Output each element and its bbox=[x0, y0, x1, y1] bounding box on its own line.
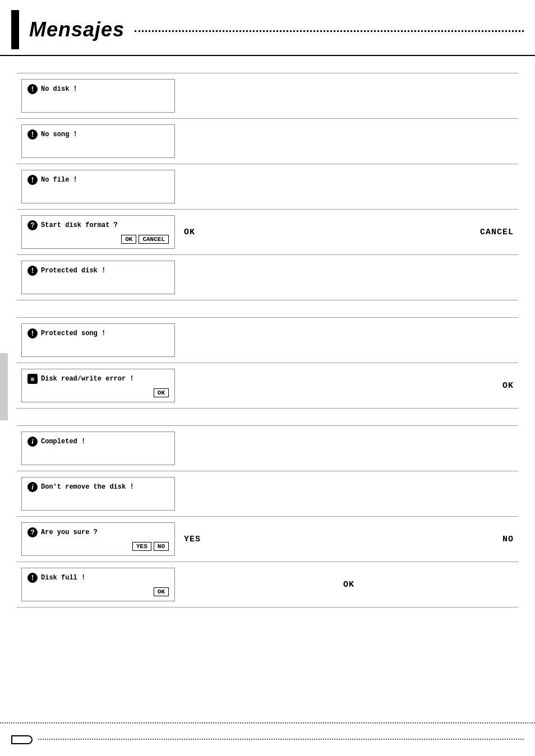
msg-header-protected-song: ! Protected song ! bbox=[27, 328, 169, 338]
msg-label-are-you-sure: Are you sure ? bbox=[41, 528, 98, 536]
page-title: Mensajes bbox=[29, 18, 124, 41]
msg-header-dont-remove: i Don't remove the disk ! bbox=[27, 482, 169, 492]
msg-box-cell-are-you-sure: ? Are you sure ? YES NO bbox=[17, 517, 179, 562]
msg-box-no-song: ! No song ! bbox=[21, 124, 175, 158]
msg-header-start-format: ? Start disk format ? bbox=[27, 220, 169, 230]
msg-box-rw-error: m Disk read/write error ! OK bbox=[21, 369, 175, 402]
desc-no-disk bbox=[179, 73, 518, 119]
page-header: Mensajes bbox=[0, 0, 535, 56]
page-footer bbox=[0, 722, 535, 756]
warning-icon-protected-song: ! bbox=[27, 328, 38, 338]
msg-label-protected-song: Protected song ! bbox=[41, 330, 105, 337]
messages-table-1: ! No disk ! ! No song ! bbox=[17, 73, 518, 300]
warning-icon-protected-disk: ! bbox=[27, 266, 38, 276]
table-row: ! No disk ! bbox=[17, 73, 518, 119]
warning-icon-disk-full: ! bbox=[27, 573, 38, 583]
msg-box-dont-remove: i Don't remove the disk ! bbox=[21, 477, 175, 511]
disk-icon-rw-error: m bbox=[27, 374, 38, 384]
desc-no-file bbox=[179, 164, 518, 210]
page-number bbox=[11, 735, 33, 744]
no-button-are-you-sure[interactable]: NO bbox=[154, 542, 169, 551]
msg-header-no-disk: ! No disk ! bbox=[27, 84, 169, 94]
msg-label-disk-full: Disk full ! bbox=[41, 574, 85, 582]
desc-cancel-start-format: CANCEL bbox=[348, 210, 518, 255]
msg-box-protected-song: ! Protected song ! bbox=[21, 323, 175, 357]
main-content: ! No disk ! ! No song ! bbox=[0, 56, 535, 624]
table-row: ! No file ! bbox=[17, 164, 518, 210]
warning-icon-no-disk: ! bbox=[27, 84, 38, 94]
msg-header-disk-full: ! Disk full ! bbox=[27, 573, 169, 583]
msg-box-start-format: ? Start disk format ? OK CANCEL bbox=[21, 215, 175, 249]
msg-buttons-rw-error: OK bbox=[27, 388, 169, 397]
msg-box-cell-rw-error: m Disk read/write error ! OK bbox=[17, 363, 179, 409]
desc-ok-start-format: OK bbox=[179, 210, 348, 255]
desc-dont-remove bbox=[179, 471, 518, 517]
msg-box-no-disk: ! No disk ! bbox=[21, 79, 175, 113]
desc-right-rw-error: OK bbox=[348, 363, 518, 409]
msg-header-rw-error: m Disk read/write error ! bbox=[27, 374, 169, 384]
msg-buttons-disk-full: OK bbox=[27, 587, 169, 596]
yes-label-are-you-sure: YES bbox=[184, 535, 201, 544]
desc-no-song bbox=[179, 119, 518, 164]
msg-box-cell-dont-remove: i Don't remove the disk ! bbox=[17, 471, 179, 517]
ok-button-start-format[interactable]: OK bbox=[121, 235, 136, 244]
msg-header-completed: i Completed ! bbox=[27, 437, 169, 447]
msg-box-cell-no-file: ! No file ! bbox=[17, 164, 179, 210]
question-icon-are-you-sure: ? bbox=[27, 527, 38, 537]
msg-box-cell-protected-disk: ! Protected disk ! bbox=[17, 255, 179, 300]
msg-box-cell-disk-full: ! Disk full ! OK bbox=[17, 562, 179, 607]
msg-box-completed: i Completed ! bbox=[21, 432, 175, 465]
msg-label-completed: Completed ! bbox=[41, 438, 85, 446]
msg-buttons-start-format: OK CANCEL bbox=[27, 235, 169, 244]
footer-dots bbox=[38, 739, 524, 740]
msg-box-cell-completed: i Completed ! bbox=[17, 426, 179, 471]
no-label-are-you-sure: NO bbox=[502, 535, 514, 544]
table-row: ! No song ! bbox=[17, 119, 518, 164]
left-accent-bar bbox=[0, 353, 8, 420]
msg-label-dont-remove: Don't remove the disk ! bbox=[41, 483, 134, 491]
info-icon-dont-remove: i bbox=[27, 482, 38, 492]
warning-icon-no-file: ! bbox=[27, 175, 38, 185]
section-gap-1 bbox=[17, 300, 518, 317]
cancel-button-start-format[interactable]: CANCEL bbox=[139, 235, 169, 244]
ok-label-start-format: OK bbox=[184, 228, 195, 237]
ok-button-rw-error[interactable]: OK bbox=[154, 388, 169, 397]
desc-protected-song bbox=[179, 318, 518, 363]
msg-label-rw-error: Disk read/write error ! bbox=[41, 375, 134, 383]
table-row: i Completed ! bbox=[17, 426, 518, 471]
msg-label-protected-disk: Protected disk ! bbox=[41, 267, 105, 275]
desc-ok-disk-full: OK bbox=[179, 562, 518, 607]
msg-label-no-disk: No disk ! bbox=[41, 85, 77, 93]
desc-no-are-you-sure: NO bbox=[348, 517, 518, 562]
msg-box-cell-no-disk: ! No disk ! bbox=[17, 73, 179, 119]
msg-label-no-file: No file ! bbox=[41, 176, 77, 184]
msg-box-cell-no-song: ! No song ! bbox=[17, 119, 179, 164]
info-icon-completed: i bbox=[27, 437, 38, 447]
msg-box-disk-full: ! Disk full ! OK bbox=[21, 568, 175, 601]
table-row: ! Protected disk ! bbox=[17, 255, 518, 300]
table-row: m Disk read/write error ! OK OK bbox=[17, 363, 518, 409]
ok-label-disk-full: OK bbox=[343, 580, 354, 590]
cancel-label-start-format: CANCEL bbox=[480, 228, 514, 237]
ok-button-disk-full[interactable]: OK bbox=[154, 587, 169, 596]
msg-box-are-you-sure: ? Are you sure ? YES NO bbox=[21, 522, 175, 556]
msg-header-no-file: ! No file ! bbox=[27, 175, 169, 185]
msg-header-no-song: ! No song ! bbox=[27, 129, 169, 140]
table-row: ! Protected song ! bbox=[17, 318, 518, 363]
table-row: ? Are you sure ? YES NO YES NO bbox=[17, 517, 518, 562]
msg-buttons-are-you-sure: YES NO bbox=[27, 542, 169, 551]
desc-left-rw-error bbox=[179, 363, 348, 409]
msg-header-are-you-sure: ? Are you sure ? bbox=[27, 527, 169, 537]
msg-header-protected-disk: ! Protected disk ! bbox=[27, 266, 169, 276]
table-row: i Don't remove the disk ! bbox=[17, 471, 518, 517]
desc-yes-are-you-sure: YES bbox=[179, 517, 348, 562]
msg-box-cell-protected-song: ! Protected song ! bbox=[17, 318, 179, 363]
msg-label-start-format: Start disk format ? bbox=[41, 221, 118, 229]
messages-table-3: i Completed ! i Don't remove the disk ! bbox=[17, 425, 518, 607]
msg-box-cell-start-format: ? Start disk format ? OK CANCEL bbox=[17, 210, 179, 255]
question-icon-start-format: ? bbox=[27, 220, 38, 230]
header-dots bbox=[135, 30, 524, 32]
table-row: ? Start disk format ? OK CANCEL OK CANCE… bbox=[17, 210, 518, 255]
yes-button-are-you-sure[interactable]: YES bbox=[132, 542, 151, 551]
header-accent-bar bbox=[11, 10, 19, 49]
